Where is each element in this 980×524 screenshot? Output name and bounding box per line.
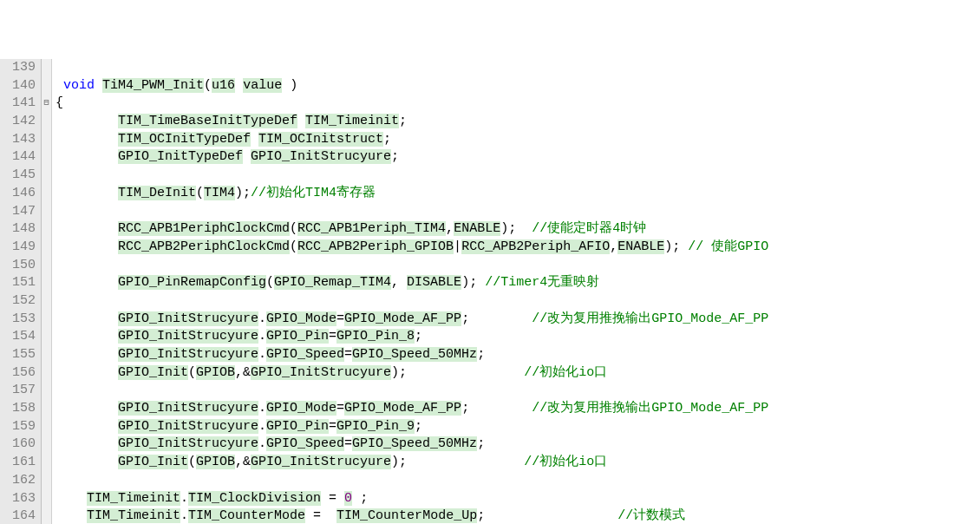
line-number[interactable]: 163 — [9, 490, 36, 508]
fold-marker[interactable] — [42, 436, 51, 454]
fold-marker[interactable] — [42, 167, 51, 185]
code-token: = — [336, 401, 344, 416]
code-token: DISABLE — [407, 275, 461, 290]
code-line[interactable]: GPIO_InitStrucyure.GPIO_Mode=GPIO_Mode_A… — [56, 400, 980, 418]
fold-marker[interactable] — [42, 148, 51, 167]
fold-marker[interactable] — [42, 220, 51, 239]
fold-marker[interactable] — [42, 113, 51, 131]
code-token: , — [391, 275, 407, 290]
line-number[interactable]: 161 — [9, 454, 36, 472]
line-number[interactable]: 164 — [9, 508, 36, 524]
line-number-gutter[interactable]: 1391401411421431441451461471481491501511… — [0, 59, 42, 524]
line-number[interactable]: 157 — [9, 382, 36, 400]
code-line[interactable] — [56, 257, 980, 275]
function-call: GPIO_Init — [118, 365, 188, 380]
code-line[interactable]: GPIO_InitStrucyure.GPIO_Mode=GPIO_Mode_A… — [56, 311, 980, 329]
line-number[interactable]: 160 — [9, 436, 36, 454]
fold-marker[interactable] — [42, 328, 51, 346]
code-line[interactable]: TIM_Timeinit.TIM_ClockDivision = 0 ; — [56, 490, 980, 508]
code-editor[interactable]: 1391401411421431441451461471481491501511… — [0, 59, 980, 524]
code-line[interactable]: TIM_OCInitTypeDef TIM_OCInitstruct; — [56, 131, 980, 149]
code-line[interactable]: GPIO_InitStrucyure.GPIO_Speed=GPIO_Speed… — [56, 346, 980, 364]
fold-marker[interactable] — [42, 311, 51, 329]
code-token: GPIO_Mode_AF_PP — [344, 401, 461, 416]
code-line[interactable]: GPIO_Init(GPIOB,&GPIO_InitStrucyure); //… — [56, 364, 980, 383]
code-line[interactable]: GPIO_InitTypeDef GPIO_InitStrucyure; — [56, 148, 980, 167]
code-line[interactable]: GPIO_InitStrucyure.GPIO_Pin=GPIO_Pin_9; — [56, 418, 980, 436]
code-line[interactable] — [56, 203, 980, 221]
code-line[interactable] — [56, 382, 980, 400]
fold-marker[interactable] — [42, 239, 51, 257]
fold-marker[interactable] — [42, 418, 51, 436]
line-number[interactable]: 156 — [9, 364, 36, 383]
fold-marker[interactable]: ⊟ — [42, 95, 51, 113]
code-line[interactable]: { — [56, 95, 980, 113]
code-line[interactable]: GPIO_PinRemapConfig(GPIO_Remap_TIM4, DIS… — [56, 274, 980, 292]
code-line[interactable]: RCC_APB2PeriphClockCmd(RCC_APB2Periph_GP… — [56, 239, 980, 257]
code-line[interactable] — [56, 167, 980, 185]
comment: //初始化TIM4寄存器 — [251, 186, 376, 200]
fold-marker[interactable] — [42, 472, 51, 490]
line-number[interactable]: 162 — [9, 472, 36, 490]
line-number[interactable]: 158 — [9, 400, 36, 418]
fold-marker[interactable] — [42, 131, 51, 149]
line-number[interactable]: 142 — [9, 113, 36, 131]
line-number[interactable]: 153 — [9, 311, 36, 329]
fold-marker[interactable] — [42, 59, 51, 77]
line-number[interactable]: 152 — [9, 292, 36, 311]
fold-marker[interactable] — [42, 454, 51, 472]
fold-marker[interactable] — [42, 508, 51, 524]
code-token: ( — [196, 186, 204, 200]
comment: //初始化io口 — [524, 365, 607, 380]
code-line[interactable]: GPIO_InitStrucyure.GPIO_Speed=GPIO_Speed… — [56, 436, 980, 454]
line-number[interactable]: 147 — [9, 203, 36, 221]
line-number[interactable]: 143 — [9, 131, 36, 149]
code-line[interactable] — [56, 59, 980, 77]
code-token: ; — [383, 132, 391, 147]
code-line[interactable]: GPIO_InitStrucyure.GPIO_Pin=GPIO_Pin_8; — [56, 328, 980, 346]
line-number[interactable]: 139 — [9, 59, 36, 77]
fold-marker[interactable] — [42, 292, 51, 311]
fold-marker[interactable] — [42, 382, 51, 400]
fold-column[interactable]: ⊟ — [42, 59, 52, 524]
fold-marker[interactable] — [42, 400, 51, 418]
fold-marker[interactable] — [42, 185, 51, 203]
code-line[interactable]: TIM_Timeinit.TIM_CounterMode = TIM_Count… — [56, 508, 980, 524]
keyword: void — [63, 78, 95, 93]
code-area[interactable]: void TiM4_PWM_Init(u16 value ){ TIM_Time… — [52, 59, 980, 524]
code-line[interactable]: TIM_DeInit(TIM4);//初始化TIM4寄存器 — [56, 185, 980, 203]
code-line[interactable] — [56, 472, 980, 490]
fold-marker[interactable] — [42, 490, 51, 508]
code-line[interactable]: void TiM4_PWM_Init(u16 value ) — [56, 77, 980, 95]
line-number[interactable]: 155 — [9, 346, 36, 364]
code-token: ENABLE — [454, 221, 500, 236]
fold-marker[interactable] — [42, 274, 51, 292]
comment: //改为复用推挽输出GPIO_Mode_AF_PP — [532, 311, 768, 326]
line-number[interactable]: 149 — [9, 239, 36, 257]
fold-marker[interactable] — [42, 364, 51, 383]
line-number[interactable]: 148 — [9, 220, 36, 239]
line-number[interactable]: 151 — [9, 274, 36, 292]
fold-marker[interactable] — [42, 346, 51, 364]
code-token: ; — [415, 419, 422, 434]
line-number[interactable]: 154 — [9, 328, 36, 346]
fold-marker[interactable] — [42, 257, 51, 275]
code-line[interactable]: RCC_APB1PeriphClockCmd(RCC_APB1Periph_TI… — [56, 220, 980, 239]
fold-marker[interactable] — [42, 77, 51, 95]
fold-marker[interactable] — [42, 203, 51, 221]
line-number[interactable]: 140 — [9, 77, 36, 95]
code-token: ; — [391, 149, 399, 164]
line-number[interactable]: 144 — [9, 148, 36, 167]
code-token — [56, 508, 87, 523]
code-line[interactable]: TIM_TimeBaseInitTypeDef TIM_Timeinit; — [56, 113, 980, 131]
code-line[interactable] — [56, 292, 980, 311]
code-line[interactable]: GPIO_Init(GPIOB,&GPIO_InitStrucyure); //… — [56, 454, 980, 472]
code-token — [56, 275, 118, 290]
line-number[interactable]: 145 — [9, 167, 36, 185]
function-call: GPIO_PinRemapConfig — [118, 275, 266, 290]
code-token: GPIO_InitStrucyure — [118, 401, 258, 416]
line-number[interactable]: 141 — [9, 95, 36, 113]
line-number[interactable]: 159 — [9, 418, 36, 436]
line-number[interactable]: 146 — [9, 185, 36, 203]
line-number[interactable]: 150 — [9, 257, 36, 275]
